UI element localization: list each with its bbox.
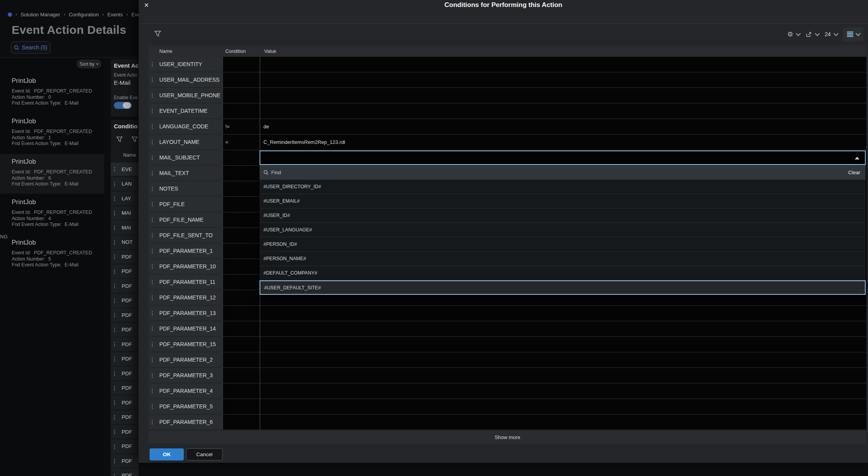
result-list-item[interactable]: PrintJobEvent Id:PDF_REPORT_CREATEDActio… — [0, 194, 104, 234]
table-row[interactable]: ⋮EVENT_DATETIME — [148, 103, 866, 119]
kebab-menu-icon[interactable]: ⋮ — [111, 356, 119, 362]
kebab-menu-icon[interactable]: ⋮ — [111, 166, 119, 172]
kebab-menu-icon[interactable]: ⋮ — [148, 139, 156, 145]
condition-cell[interactable] — [222, 399, 260, 415]
value-cell[interactable] — [260, 321, 866, 337]
enable-event-toggle[interactable] — [114, 102, 132, 109]
kebab-menu-icon[interactable]: ⋮ — [148, 77, 156, 83]
kebab-menu-icon[interactable]: ⋮ — [148, 154, 156, 161]
table-row[interactable]: ⋮PDF_PARAMETER_2 — [148, 352, 866, 368]
panel-condition-row[interactable]: ⋮NOT — [111, 236, 139, 249]
kebab-menu-icon[interactable]: ⋮ — [148, 92, 156, 98]
app-dot-icon[interactable] — [8, 12, 12, 17]
kebab-menu-icon[interactable]: ⋮ — [111, 370, 119, 376]
column-header-condition[interactable]: Condition — [222, 49, 260, 54]
breadcrumb-item[interactable]: Events — [107, 12, 123, 18]
condition-cell[interactable] — [222, 243, 260, 259]
value-cell[interactable] — [260, 352, 866, 368]
kebab-menu-icon[interactable]: ⋮ — [148, 123, 156, 130]
condition-cell[interactable] — [222, 150, 260, 166]
panel-condition-row[interactable]: ⋮MAI — [111, 221, 139, 234]
kebab-menu-icon[interactable]: ⋮ — [148, 248, 156, 254]
condition-cell[interactable]: = — [222, 135, 260, 150]
dropdown-option[interactable]: #DEFAULT_COMPANY# — [260, 266, 866, 280]
kebab-menu-icon[interactable]: ⋮ — [111, 239, 119, 245]
kebab-menu-icon[interactable]: ⋮ — [111, 298, 119, 304]
condition-cell[interactable] — [222, 212, 260, 228]
result-list-item[interactable]: PrintJobEvent Id:PDF_REPORT_CREATEDActio… — [0, 235, 104, 275]
kebab-menu-icon[interactable]: ⋮ — [148, 388, 156, 394]
ok-button[interactable]: OK — [150, 448, 184, 460]
kebab-menu-icon[interactable]: ⋮ — [111, 472, 119, 476]
condition-cell[interactable] — [222, 197, 260, 212]
condition-cell[interactable] — [222, 72, 260, 88]
kebab-menu-icon[interactable]: ⋮ — [148, 372, 156, 378]
condition-cell[interactable]: != — [222, 119, 260, 135]
condition-cell[interactable] — [222, 337, 260, 352]
table-row[interactable]: ⋮PDF_PARAMETER_3 — [148, 368, 866, 383]
kebab-menu-icon[interactable]: ⋮ — [148, 310, 156, 316]
kebab-menu-icon[interactable]: ⋮ — [111, 283, 119, 289]
kebab-menu-icon[interactable]: ⋮ — [148, 403, 156, 410]
kebab-menu-icon[interactable]: ⋮ — [111, 181, 119, 187]
value-cell[interactable] — [260, 337, 866, 352]
value-cell[interactable]: de — [260, 119, 866, 135]
result-list-item[interactable]: PrintJobEvent Id:PDF_REPORT_CREATEDActio… — [0, 73, 104, 113]
kebab-menu-icon[interactable]: ⋮ — [148, 326, 156, 332]
column-header-name[interactable]: Name — [148, 49, 222, 54]
condition-cell[interactable] — [222, 228, 260, 243]
panel-secondary-icon[interactable] — [131, 136, 138, 143]
panel-condition-row[interactable]: ⋮PDF — [111, 454, 139, 467]
panel-condition-row[interactable]: ⋮MAI — [111, 206, 139, 220]
kebab-menu-icon[interactable]: ⋮ — [111, 268, 119, 275]
kebab-menu-icon[interactable]: ⋮ — [148, 217, 156, 223]
kebab-menu-icon[interactable]: ⋮ — [111, 341, 119, 347]
condition-cell[interactable] — [222, 415, 260, 430]
sort-by-dropdown[interactable]: Sort by ▾ — [77, 60, 101, 68]
panel-condition-row[interactable]: ⋮EVE — [111, 163, 139, 176]
column-header-value[interactable]: Value — [260, 49, 276, 54]
kebab-menu-icon[interactable]: ⋮ — [148, 357, 156, 363]
clear-button[interactable]: Clear — [848, 170, 860, 175]
kebab-menu-icon[interactable]: ⋮ — [111, 414, 119, 420]
panel-condition-row[interactable]: ⋮PDF — [111, 396, 139, 409]
panel-condition-row[interactable]: ⋮PDF — [111, 308, 139, 322]
condition-cell[interactable] — [222, 88, 260, 103]
panel-condition-row[interactable]: ⋮PDF — [111, 367, 139, 380]
condition-cell[interactable] — [222, 368, 260, 383]
condition-cell[interactable] — [222, 290, 260, 306]
table-row[interactable]: ⋮PDF_PARAMETER_13 — [148, 306, 866, 321]
condition-cell[interactable] — [222, 352, 260, 368]
show-more-button[interactable]: Show more — [148, 431, 866, 444]
dropdown-option[interactable]: #USER_DEFAULT_SITE# — [260, 280, 866, 295]
filter-icon[interactable] — [116, 136, 123, 143]
panel-condition-row[interactable]: ⋮PDF — [111, 338, 139, 351]
kebab-menu-icon[interactable]: ⋮ — [111, 443, 119, 450]
kebab-menu-icon[interactable]: ⋮ — [111, 312, 119, 318]
table-row[interactable]: ⋮PDF_PARAMETER_4 — [148, 383, 866, 399]
panel-condition-row[interactable]: ⋮PDF — [111, 352, 139, 366]
condition-cell[interactable] — [222, 57, 260, 72]
panel-condition-row[interactable]: ⋮PDF — [111, 425, 139, 438]
panel-condition-row[interactable]: ⋮PDF — [111, 382, 139, 395]
table-row[interactable]: ⋮LANGUAGE_CODE!=de — [148, 119, 866, 135]
kebab-menu-icon[interactable]: ⋮ — [148, 186, 156, 192]
value-cell[interactable] — [260, 415, 866, 430]
mail-subject-value-combobox[interactable] — [260, 150, 866, 165]
value-cell[interactable] — [260, 88, 866, 103]
table-row[interactable]: ⋮USER_IDENTITY — [148, 57, 866, 72]
cancel-button[interactable]: Cancel — [186, 448, 223, 460]
table-row[interactable]: ⋮LAYOUT_NAME=C_ReminderItemsRem2Rep_123.… — [148, 135, 866, 150]
condition-cell[interactable] — [222, 306, 260, 321]
kebab-menu-icon[interactable]: ⋮ — [148, 232, 156, 238]
condition-cell[interactable] — [222, 321, 260, 337]
kebab-menu-icon[interactable]: ⋮ — [148, 419, 156, 425]
value-cell[interactable]: C_ReminderItemsRem2Rep_123.rdl — [260, 135, 866, 150]
table-row[interactable]: ⋮PDF_PARAMETER_6 — [148, 415, 866, 430]
condition-cell[interactable] — [222, 181, 260, 197]
result-list-item[interactable]: PrintJobEvent Id:PDF_REPORT_CREATEDActio… — [0, 114, 104, 153]
kebab-menu-icon[interactable]: ⋮ — [111, 224, 119, 231]
kebab-menu-icon[interactable]: ⋮ — [111, 195, 119, 201]
settings-menu-button[interactable]: ⚙ — [787, 31, 800, 38]
panel-condition-row[interactable]: ⋮PDF — [111, 440, 139, 453]
